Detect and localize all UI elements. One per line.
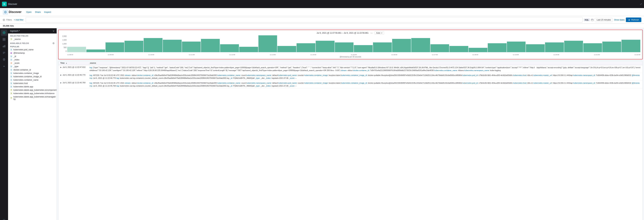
filter-label: Filters	[6, 19, 12, 21]
content-area: Jul 6, 2021 @ 11:07:56.861 – Jul 6, 2021…	[57, 28, 644, 220]
leftnav-maps[interactable]	[1, 57, 7, 63]
field-item-timestamp[interactable]: @ @timestamp	[8, 51, 56, 55]
field-item-index[interactable]: t _index	[8, 58, 56, 61]
col-source-header: _source	[89, 62, 640, 64]
sidebar-fields: Selected fields ? _source Available fiel…	[8, 34, 56, 220]
field-label: kubernetes.labels.app_kubernetes.io/mana…	[14, 96, 56, 100]
chart-bar-28	[602, 42, 621, 52]
chart-bar-16	[373, 42, 392, 52]
refresh-button[interactable]: Refresh	[626, 18, 641, 22]
svg-point-3	[4, 20, 4, 20]
settings-icon[interactable]	[3, 19, 5, 21]
field-item-container-name[interactable]: t kubernetes.container_name	[8, 78, 56, 82]
auto-interval-select[interactable]: Auto	[374, 31, 384, 35]
results-table: Time ▲ _source ▶ Jul 6, 2021 @ 11:22:47.…	[58, 61, 643, 220]
discover-nav-icon[interactable]	[3, 10, 8, 15]
svg-rect-16	[5, 45, 5, 47]
field-type-t: t	[10, 59, 12, 61]
expand-icon[interactable]: ⤢	[640, 3, 642, 6]
available-fields-settings-icon[interactable]: ⚙	[52, 42, 54, 45]
field-label: kubernetes.labels.app_kubernetes.io/inst…	[14, 92, 54, 95]
leftnav-discover[interactable]	[1, 30, 7, 36]
field-label: kubernetes.pod_name	[14, 48, 54, 51]
chart-bar-15	[354, 45, 373, 52]
field-label: _type	[14, 65, 54, 68]
field-type-t: t	[10, 65, 12, 68]
field-item-id[interactable]: t _id	[8, 55, 56, 58]
chart-bar-4	[144, 38, 162, 52]
filter-bar: Filters + Add filter KQL Last 15 minutes…	[0, 16, 644, 24]
show-dates-link[interactable]: Show dates	[614, 19, 625, 21]
result-source: log: 497225: Tue Jul 6 03:22:45 UTC 2021…	[90, 82, 640, 87]
field-type-q: ?	[10, 97, 12, 99]
expand-arrow-icon[interactable]: ▶	[60, 74, 62, 76]
open-link[interactable]: Open	[25, 10, 33, 14]
histogram-chart: 2,000 1,500 1,000 500 0 11:08:00 11:09:0…	[60, 35, 640, 56]
leftnav-ml[interactable]	[1, 63, 7, 69]
inspect-link[interactable]: Inspect	[43, 10, 52, 14]
leftnav-visualize[interactable]	[1, 43, 7, 49]
field-label: docker.container_id	[14, 69, 54, 71]
svg-point-1	[5, 12, 6, 13]
available-fields-header: Available fields ⚙	[8, 41, 56, 45]
leftnav-dashboards[interactable]	[1, 36, 7, 42]
field-type-hash: #	[10, 62, 12, 64]
table-row[interactable]: ▶ Jul 6, 2021 @ 11:22:47.810 log: {"type…	[58, 65, 642, 73]
field-item-labels-component[interactable]: ? kubernetes.labels.app_kubernetes.io/co…	[8, 88, 56, 92]
search-input[interactable]	[26, 17, 582, 23]
share-link[interactable]: Share	[34, 10, 42, 14]
svg-rect-11	[4, 38, 5, 39]
chart-x-title: @timestamp per 30 seconds	[60, 56, 640, 58]
expand-arrow-icon[interactable]: ▶	[60, 66, 62, 68]
field-item-docker-container-id[interactable]: t docker.container_id	[8, 68, 56, 72]
leftnav-canvas[interactable]	[1, 50, 7, 56]
expand-arrow-icon[interactable]: ▶	[60, 82, 62, 84]
field-item-labels-instance[interactable]: ? kubernetes.labels.app_kubernetes.io/in…	[8, 92, 56, 95]
svg-rect-13	[4, 40, 5, 41]
field-item-labels-managed[interactable]: ? kubernetes.labels.app_kubernetes.io/ma…	[8, 95, 56, 101]
left-nav	[0, 28, 8, 220]
field-type-t: t	[10, 79, 12, 81]
index-selector[interactable]: logstash-*	[8, 28, 56, 34]
field-label: _id	[14, 55, 54, 58]
chart-bar-22	[488, 43, 506, 52]
hits-number: 35,096	[3, 25, 10, 27]
field-label: kubernetes.host	[14, 82, 54, 84]
field-item-container-image-id[interactable]: t kubernetes.container_image_id	[8, 75, 56, 78]
result-timestamp: Jul 6, 2021 @ 11:22:46.770	[63, 74, 90, 76]
app-title: Discover	[8, 3, 638, 5]
field-type-t: t	[10, 72, 12, 74]
sort-indicator: ▲	[66, 62, 67, 64]
table-row[interactable]: ▶ Jul 6, 2021 @ 11:22:45.769 log: 497225…	[58, 81, 642, 88]
chart-bar-11	[278, 46, 296, 52]
field-type-t: t	[10, 85, 12, 88]
field-item-labels-app[interactable]: t kubernetes.labels.app	[8, 85, 56, 88]
add-filter-button[interactable]: + Add filter	[13, 18, 24, 21]
chart-bar-25	[545, 42, 564, 52]
svg-point-18	[4, 59, 4, 60]
index-name: logstash-*	[10, 30, 20, 32]
field-item-container-image[interactable]: t kubernetes.container_image	[8, 72, 56, 75]
svg-rect-14	[3, 46, 3, 47]
table-row[interactable]: ▶ Jul 6, 2021 @ 11:22:46.770 log: 497226…	[58, 73, 642, 81]
field-item-type[interactable]: t _type	[8, 65, 56, 68]
chart-bar-14	[335, 42, 354, 52]
date-range-picker[interactable]: Last 15 minutes	[595, 18, 613, 22]
kql-badge[interactable]: KQL	[584, 19, 590, 21]
hits-count-bar: 35,096 hits	[0, 24, 644, 28]
result-timestamp: Jul 6, 2021 @ 11:22:47.810	[63, 66, 90, 68]
field-item-source[interactable]: ? _source	[8, 38, 56, 41]
chart-bar-3	[124, 41, 143, 52]
chart-bar-1	[86, 49, 105, 52]
leftnav-management[interactable]	[1, 217, 7, 220]
chart-bar-7	[201, 39, 220, 52]
field-item-score[interactable]: # _score	[8, 61, 56, 65]
field-item-host[interactable]: t kubernetes.host	[8, 82, 56, 85]
svg-rect-15	[4, 45, 4, 47]
popular-label: Popular	[8, 45, 56, 48]
field-item-pod-name[interactable]: t kubernetes.pod_name	[8, 48, 56, 51]
col-time-header[interactable]: Time ▲	[60, 62, 89, 64]
field-name: _source	[14, 38, 54, 40]
chart-bar-21	[468, 48, 488, 52]
hits-label: hits	[10, 25, 14, 27]
